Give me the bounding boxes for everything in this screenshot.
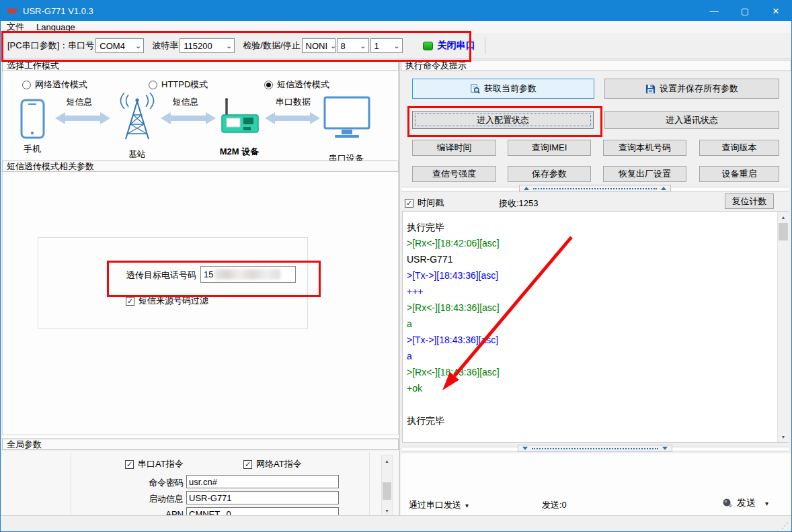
chevron-down-icon: ⌄ — [360, 42, 366, 49]
checkbox-checked-icon: ✓ — [126, 297, 134, 306]
log-line: +++ — [407, 283, 775, 300]
phone-number-input[interactable]: 15 — [200, 266, 296, 283]
dropdown-icon: ▾ — [765, 500, 768, 507]
menu-file[interactable]: 文件 — [1, 21, 30, 33]
global-scrollbar[interactable]: ▲ ▼ — [381, 455, 393, 517]
scroll-down-icon[interactable]: ▼ — [382, 505, 392, 516]
command-panel-header: 执行命令及提示 — [401, 60, 791, 71]
serial-toolbar: [PC串口参数]：串口号 COM4 ⌄ 波特率 115200 ⌄ 检验/数据/停… — [1, 33, 791, 59]
work-mode-header: 选择工作模式 — [2, 60, 399, 71]
maximize-icon[interactable]: ▢ — [729, 1, 760, 21]
query-signal-button[interactable]: 查信号强度 — [412, 166, 496, 182]
title-bar: USR-G771 V1.0.3 — ▢ ✕ — [1, 1, 791, 21]
startup-label: 启动信息 — [136, 493, 184, 505]
minimize-icon[interactable]: — — [699, 1, 729, 21]
port-open-indicator — [423, 42, 433, 50]
log-output[interactable]: 执行完毕 >[Rx<-][18:42:06][asc] USR-G771 >[T… — [402, 211, 789, 443]
splitter-dots — [532, 448, 658, 449]
serial-at-checkbox[interactable]: ✓ 串口AT指令 — [125, 458, 184, 470]
collapse-up-icon[interactable] — [524, 187, 529, 190]
log-line-blank — [407, 396, 775, 412]
serial-device-icon — [323, 96, 370, 139]
timestamp-checkbox[interactable]: ✓ 时间戳 — [405, 197, 444, 209]
resize-grip-icon[interactable]: ⋰ — [780, 521, 789, 530]
scroll-down-icon[interactable]: ▼ — [778, 431, 789, 442]
query-number-button[interactable]: 查询本机号码 — [603, 140, 686, 156]
link1-label: 短信息 — [59, 96, 100, 108]
log-scrollbar[interactable]: ▲ ▼ — [777, 212, 789, 442]
query-version-button[interactable]: 查询版本 — [699, 140, 779, 156]
sent-count: 发送:0 — [542, 499, 567, 511]
splitter-handle[interactable] — [518, 445, 672, 452]
compile-time-button[interactable]: 编译时间 — [412, 140, 496, 156]
menu-language[interactable]: Language — [30, 21, 81, 33]
station-node-label: 基站 — [120, 148, 154, 161]
enter-config-button[interactable]: 进入配置状态 — [412, 111, 594, 129]
chevron-down-icon: ⌄ — [226, 42, 232, 49]
sms-params-header: 短信透传模式相关参数 — [2, 161, 399, 172]
com-port-select[interactable]: COM4 ⌄ — [95, 38, 144, 53]
scrollbar-thumb[interactable] — [383, 482, 391, 500]
enter-comm-button[interactable]: 进入通讯状态 — [604, 111, 779, 129]
stopbits-select[interactable]: 1 ⌄ — [370, 38, 403, 53]
app-window: USR-G771 V1.0.3 — ▢ ✕ 文件 Language [PC串口参… — [0, 0, 792, 532]
redacted-digits — [214, 269, 280, 279]
baud-select[interactable]: 115200 ⌄ — [180, 38, 235, 53]
baud-label: 波特率 — [152, 40, 178, 52]
send-via-serial-dropdown[interactable]: 通过串口发送 ▾ — [409, 499, 469, 511]
dropdown-icon: ▾ — [465, 502, 469, 509]
cmd-pwd-input[interactable] — [186, 475, 339, 488]
scroll-up-icon[interactable]: ▲ — [382, 455, 392, 466]
log-line: >[Rx<-][18:43:36][asc] — [407, 364, 775, 380]
collapse-down-icon[interactable] — [662, 447, 668, 450]
close-icon[interactable]: ✕ — [760, 1, 791, 21]
search-doc-icon — [470, 84, 480, 94]
get-params-button[interactable]: 获取当前参数 — [412, 79, 594, 99]
floppy-disk-icon — [645, 84, 656, 94]
log-line: >[Rx<-][18:43:36][asc] — [407, 300, 775, 316]
save-params-button[interactable]: 保存参数 — [508, 166, 591, 182]
cmd-pwd-label: 命令密码 — [136, 477, 184, 489]
close-port-button[interactable]: 关闭串口 — [438, 40, 475, 52]
chevron-down-icon: ⌄ — [330, 42, 336, 49]
m2m-node-label: M2M 设备 — [216, 146, 263, 158]
link3-label: 串口数据 — [270, 96, 317, 108]
log-line: 执行完毕 — [407, 219, 775, 235]
chevron-down-icon: ⌄ — [393, 42, 399, 49]
scrollbar-thumb[interactable] — [779, 223, 788, 240]
phone-node-label: 手机 — [15, 143, 49, 155]
double-arrow-icon — [54, 111, 111, 126]
factory-reset-button[interactable]: 恢复出厂设置 — [603, 166, 686, 182]
received-count: 接收:1253 — [499, 197, 539, 210]
toolbar-separator — [485, 37, 485, 54]
global-inner-border — [71, 452, 71, 515]
pc-serial-label: [PC串口参数]：串口号 — [7, 40, 94, 52]
collapse-up-icon[interactable] — [661, 187, 666, 190]
log-line: a — [407, 316, 775, 332]
log-line: a — [407, 348, 775, 364]
query-imei-button[interactable]: 查询IMEI — [508, 140, 591, 156]
log-line: USR-G771 — [407, 251, 775, 267]
panel-divider — [399, 60, 400, 515]
reset-count-button[interactable]: 复位计数 — [725, 193, 774, 209]
global-inner-border — [369, 452, 370, 515]
send-button[interactable]: 发送 ▾ — [722, 497, 768, 509]
checkbox-checked-icon: ✓ — [405, 199, 413, 208]
chevron-down-icon: ⌄ — [135, 42, 141, 49]
parity-label: 检验/数据/停止 — [243, 40, 300, 52]
databits-select[interactable]: 8 ⌄ — [337, 38, 369, 53]
reboot-button[interactable]: 设备重启 — [699, 166, 779, 182]
double-arrow-icon — [264, 111, 321, 126]
net-at-checkbox[interactable]: ✓ 网络AT指令 — [243, 458, 302, 470]
checkbox-checked-icon: ✓ — [243, 460, 252, 469]
log-line: +ok — [407, 380, 775, 396]
startup-input[interactable] — [186, 491, 339, 504]
parity-select[interactable]: NONI ⌄ — [302, 38, 335, 53]
sms-filter-checkbox[interactable]: ✓ 短信来源号码过滤 — [126, 295, 208, 307]
scroll-up-icon[interactable]: ▲ — [778, 212, 789, 222]
send-panel[interactable]: 通过串口发送 ▾ 发送:0 发送 ▾ — [401, 453, 791, 515]
collapse-down-icon[interactable] — [522, 447, 528, 450]
splitter-handle[interactable] — [519, 185, 671, 192]
save-all-button[interactable]: 设置并保存所有参数 — [604, 79, 779, 99]
phone-icon — [19, 99, 46, 140]
